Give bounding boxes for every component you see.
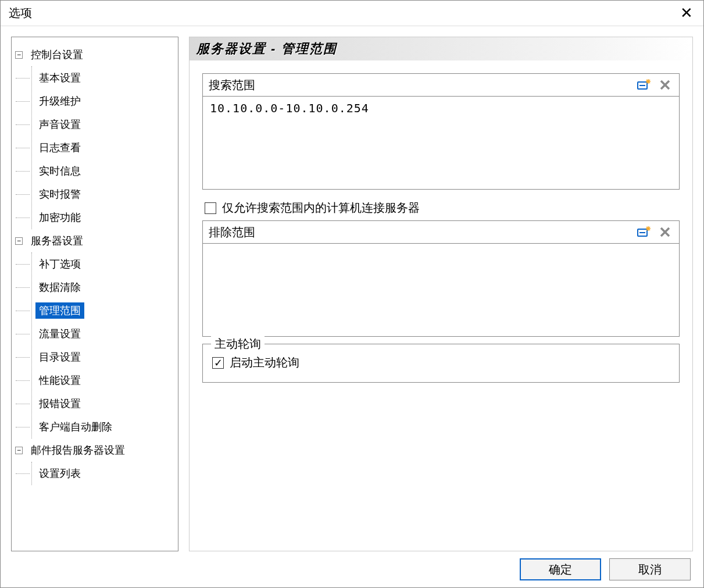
tree-item-label[interactable]: 补丁选项 — [35, 256, 84, 272]
tree-item-label[interactable]: 管理范围 — [35, 302, 84, 319]
close-icon[interactable]: ✕ — [678, 4, 695, 22]
tree-item[interactable]: 日志查看 — [32, 136, 174, 159]
search-scope-header: 搜索范围 — [202, 73, 680, 97]
tree-item-label[interactable]: 升级维护 — [35, 93, 84, 109]
collapse-icon[interactable]: − — [15, 447, 23, 454]
tree-item-label[interactable]: 目录设置 — [35, 349, 84, 365]
tree-group-label[interactable]: 服务器设置 — [27, 233, 87, 249]
exclude-scope-header: 排除范围 — [202, 220, 680, 244]
nav-tree: −控制台设置基本设置升级维护声音设置日志查看实时信息实时报警加密功能−服务器设置… — [11, 37, 178, 551]
panel-heading: 服务器设置 - 管理范围 — [190, 37, 692, 60]
only-allow-checkbox[interactable] — [205, 202, 216, 214]
polling-fieldset: 主动轮询 ✓ 启动主动轮询 — [202, 344, 680, 383]
tree-group[interactable]: −服务器设置 — [15, 229, 174, 252]
tree-item[interactable]: 报错设置 — [32, 392, 174, 415]
tree-group-label[interactable]: 控制台设置 — [27, 47, 87, 63]
remove-scope-icon[interactable] — [657, 77, 673, 93]
options-window: 选项 ✕ −控制台设置基本设置升级维护声音设置日志查看实时信息实时报警加密功能−… — [0, 0, 704, 588]
tree-item[interactable]: 目录设置 — [32, 345, 174, 369]
tree-item-label[interactable]: 数据清除 — [35, 279, 84, 295]
search-scope-list[interactable]: 10.10.0.0-10.10.0.254 — [202, 97, 680, 190]
titlebar: 选项 ✕ — [1, 1, 703, 26]
tree-item-label[interactable]: 性能设置 — [35, 372, 84, 389]
window-body: −控制台设置基本设置升级维护声音设置日志查看实时信息实时报警加密功能−服务器设置… — [1, 26, 703, 551]
cancel-button[interactable]: 取消 — [609, 558, 691, 580]
tree-item-label[interactable]: 实时信息 — [35, 163, 84, 179]
tree-group[interactable]: −控制台设置 — [15, 43, 174, 66]
collapse-icon[interactable]: − — [15, 237, 23, 245]
remove-exclude-icon[interactable] — [657, 224, 673, 240]
tree-item-label[interactable]: 声音设置 — [35, 116, 84, 133]
collapse-icon[interactable]: − — [15, 51, 23, 59]
tree-item-label[interactable]: 日志查看 — [35, 140, 84, 156]
search-scope-label: 搜索范围 — [209, 77, 631, 93]
tree-group-label[interactable]: 邮件报告服务器设置 — [27, 442, 128, 458]
tree-item[interactable]: 补丁选项 — [32, 252, 174, 276]
add-exclude-icon[interactable] — [636, 224, 652, 240]
tree-item-label[interactable]: 实时报警 — [35, 186, 84, 202]
tree-item[interactable]: 流量设置 — [32, 322, 174, 345]
tree-item[interactable]: 设置列表 — [32, 462, 174, 485]
tree-item-label[interactable]: 报错设置 — [35, 395, 84, 412]
tree-item[interactable]: 实时报警 — [32, 183, 174, 206]
add-scope-icon[interactable] — [636, 77, 652, 93]
panel-body: 搜索范围 — [190, 60, 692, 551]
tree-item-label[interactable]: 流量设置 — [35, 326, 84, 342]
ok-button[interactable]: 确定 — [520, 558, 601, 580]
tree-item-label[interactable]: 加密功能 — [35, 209, 84, 226]
only-allow-row[interactable]: 仅允许搜索范围内的计算机连接服务器 — [205, 200, 677, 216]
tree-item[interactable]: 实时信息 — [32, 159, 174, 183]
tree-item[interactable]: 升级维护 — [32, 90, 174, 113]
enable-polling-checkbox[interactable]: ✓ — [212, 357, 224, 369]
tree-item[interactable]: 加密功能 — [32, 206, 174, 229]
tree-item[interactable]: 声音设置 — [32, 113, 174, 136]
tree-item[interactable]: 基本设置 — [32, 66, 174, 90]
tree-item-label[interactable]: 设置列表 — [35, 465, 84, 482]
tree-item[interactable]: 客户端自动删除 — [32, 415, 174, 439]
dialog-footer: 确定 取消 — [1, 551, 703, 587]
tree-item[interactable]: 数据清除 — [32, 276, 174, 299]
exclude-scope-list[interactable] — [202, 244, 680, 337]
window-title: 选项 — [9, 5, 32, 21]
list-item[interactable]: 10.10.0.0-10.10.0.254 — [210, 101, 672, 115]
enable-polling-row[interactable]: ✓ 启动主动轮询 — [212, 355, 670, 370]
enable-polling-label: 启动主动轮询 — [230, 355, 299, 370]
content-panel: 服务器设置 - 管理范围 搜索范围 — [189, 37, 693, 551]
tree-item[interactable]: 管理范围 — [32, 299, 174, 322]
only-allow-label: 仅允许搜索范围内的计算机连接服务器 — [222, 200, 420, 216]
tree-item-label[interactable]: 基本设置 — [35, 70, 84, 86]
exclude-scope-label: 排除范围 — [209, 224, 631, 240]
polling-legend: 主动轮询 — [211, 336, 265, 352]
tree-group[interactable]: −邮件报告服务器设置 — [15, 439, 174, 462]
tree-item[interactable]: 性能设置 — [32, 369, 174, 392]
tree-item-label[interactable]: 客户端自动删除 — [35, 419, 116, 435]
